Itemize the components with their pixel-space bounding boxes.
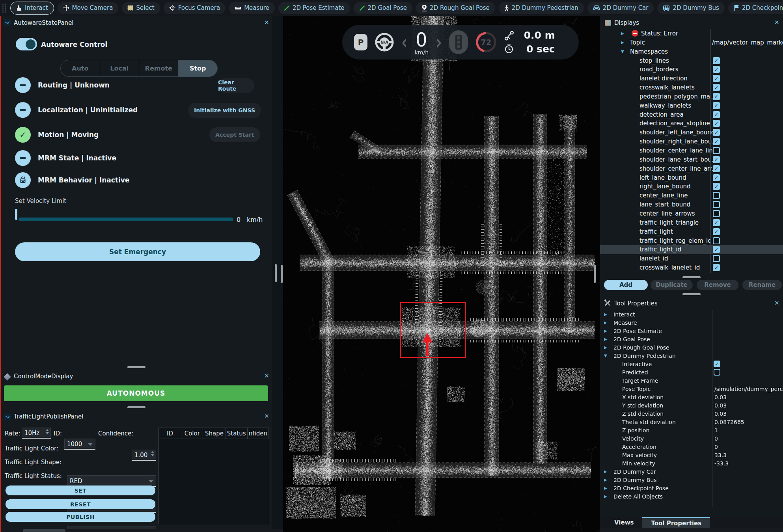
namespace-row-lanelet-direction[interactable]: lanelet direction ✓ <box>600 74 783 83</box>
namespace-row-road-borders[interactable]: road_borders ✓ <box>600 65 783 74</box>
tool-2d-goal-pose[interactable]: 2D Goal Pose <box>354 2 413 14</box>
prop-theta-std-deviation[interactable]: Theta std deviation0.0872665 <box>600 418 783 426</box>
namespace-row-traffic-light-reg-elem-id[interactable]: traffic_light_reg_elem_id <box>600 236 783 245</box>
property-column-divider[interactable] <box>712 310 712 507</box>
rate-spinner[interactable]: 10Hz <box>22 428 51 439</box>
namespace-checkbox[interactable] <box>713 237 720 244</box>
prop-value[interactable]: /simulation/dummy_perce... <box>714 386 783 392</box>
reset-button[interactable]: RESET <box>6 499 155 509</box>
prop-value[interactable]: -33.3 <box>714 460 729 467</box>
panel-splitter-handle[interactable] <box>682 293 701 295</box>
add-display-button[interactable]: Add <box>604 280 648 290</box>
traffic-light-table[interactable]: IDColorShapeStatusnfiden <box>158 428 269 524</box>
map-viewport[interactable] <box>283 16 600 532</box>
collapse-arrow-icon[interactable]: ▼ <box>621 49 626 54</box>
namespace-row-shoulder-center-line-arr-[interactable]: shoulder_center_line_arr... ✓ <box>600 164 783 173</box>
tool-focus-camera[interactable]: Focus Camera <box>164 2 226 14</box>
set-emergency-button[interactable]: Set Emergency <box>15 242 260 261</box>
prop-pose-topic[interactable]: Pose Topic/simulation/dummy_perce... <box>600 385 783 393</box>
expand-arrow-icon[interactable]: ▶ <box>621 31 626 35</box>
panel-splitter-handle[interactable] <box>682 276 701 278</box>
prop-x-std-deviation[interactable]: X std deviation0.03 <box>600 393 783 401</box>
namespace-checkbox[interactable] <box>713 210 720 217</box>
namespace-checkbox[interactable]: ✓ <box>713 183 720 190</box>
namespace-row-shoulder-right-lane-bou-[interactable]: shoulder_right_lane_bou... ✓ <box>600 137 783 146</box>
tool-node-2d-checkpoint-pose[interactable]: ▶2D Checkpoint Pose <box>600 484 783 492</box>
prop-max-velocity[interactable]: Max velocity33.3 <box>600 451 783 459</box>
namespace-row-shoulder-lane-start-bou-[interactable]: shoulder_lane_start_bou... ✓ <box>600 155 783 164</box>
namespace-checkbox[interactable]: ✓ <box>713 246 720 253</box>
velocity-slider-track[interactable] <box>19 218 233 221</box>
tool-2d-dummy-pedestrian[interactable]: 2D Dummy Pedestrian <box>499 2 584 14</box>
namespace-checkbox[interactable] <box>713 192 720 199</box>
spinner-arrows-icon[interactable] <box>46 429 49 434</box>
namespace-row-center-lane-line[interactable]: center_lane_line <box>600 191 783 200</box>
namespace-checkbox[interactable]: ✓ <box>713 111 720 118</box>
prop-value[interactable]: 0 <box>714 435 718 442</box>
clear-route-button[interactable]: Clear Route <box>218 78 254 93</box>
mode-stop[interactable]: Stop <box>179 60 218 76</box>
tool-node-2d-goal-pose[interactable]: ▶2D Goal Pose <box>600 335 783 343</box>
tool-node-2d-pose-estimate[interactable]: ▶2D Pose Estimate <box>600 327 783 335</box>
display-status-row[interactable]: ▶ Status: Error <box>600 29 783 38</box>
vertical-splitter-handle[interactable] <box>594 265 596 283</box>
tool-node-delete-all-objects[interactable]: ▶Delete All Objects <box>600 492 783 500</box>
prop-target-frame[interactable]: Target Frame <box>600 376 783 385</box>
velocity-slider-handle[interactable] <box>15 209 17 220</box>
spinner-arrows-icon[interactable] <box>151 451 154 456</box>
prop-value[interactable]: 0.0872665 <box>714 419 744 425</box>
tool-interact[interactable]: Interact <box>10 2 54 15</box>
initialize-with-gnss-button[interactable]: Initialize with GNSS <box>188 103 261 118</box>
namespace-row-right-lane-bound[interactable]: right_lane_bound ✓ <box>600 182 783 191</box>
namespace-row-shoulder-center-lane-line[interactable]: shoulder_center_lane_line <box>600 146 783 155</box>
property-column-divider[interactable] <box>710 29 711 273</box>
namespace-row-traffic-light[interactable]: traffic_light ✓ <box>600 227 783 236</box>
autoware-control-toggle[interactable] <box>16 38 37 50</box>
confidence-spinner[interactable]: 1.00 <box>132 450 156 461</box>
namespace-checkbox[interactable]: ✓ <box>713 264 720 271</box>
mode-local[interactable]: Local <box>100 60 140 76</box>
set-button[interactable]: SET <box>6 485 155 495</box>
vertical-splitter-handle[interactable] <box>281 265 283 283</box>
prop-velocity[interactable]: Velocity0 <box>600 434 783 443</box>
namespace-checkbox[interactable]: ✓ <box>713 129 720 136</box>
namespace-row-lane-start-bound[interactable]: lane_start_bound <box>600 200 783 209</box>
namespace-checkbox[interactable]: ✓ <box>713 75 720 82</box>
prop-predicted[interactable]: Predicted <box>600 368 783 376</box>
prop-checkbox[interactable] <box>714 369 720 376</box>
prop-z-std-deviation[interactable]: Z std deviation0.03 <box>600 409 783 418</box>
reset-button-clipped[interactable] <box>23 529 65 532</box>
expand-arrow-icon[interactable]: ▶ <box>621 40 626 45</box>
tool-2d-rough-goal-pose[interactable]: 2D Rough Goal Pose <box>416 2 495 14</box>
id-dropdown[interactable]: 1000 <box>64 439 95 450</box>
prop-value[interactable]: 1 <box>714 427 718 433</box>
prop-interactive[interactable]: Interactive✓ <box>600 360 783 368</box>
tool-select[interactable]: Select <box>122 2 160 14</box>
prop-value[interactable]: 0.03 <box>714 411 727 417</box>
topic-value[interactable]: /map/vector_map_marker <box>712 39 783 46</box>
namespace-row-traffic-light-id[interactable]: traffic_light_id ✓ <box>600 245 783 254</box>
namespace-checkbox[interactable]: ✓ <box>713 120 720 127</box>
prop-z-position[interactable]: Z position1 <box>600 426 783 434</box>
tool-node-2d-dummy-bus[interactable]: ▶2D Dummy Bus <box>600 476 783 484</box>
prop-value[interactable]: 33.3 <box>714 452 727 458</box>
tab-views[interactable]: Views <box>606 517 642 528</box>
namespace-row-left-lane-bound[interactable]: left_lane_bound ✓ <box>600 173 783 182</box>
control-mode-panel-close-icon[interactable]: ✕ <box>264 372 269 379</box>
namespace-checkbox[interactable] <box>713 201 720 208</box>
namespace-row-crosswalk-lanelets[interactable]: crosswalk_lanelets ✓ <box>600 83 783 92</box>
panel-splitter-handle[interactable] <box>127 366 145 368</box>
publish-button[interactable]: PUBLISH <box>6 512 155 522</box>
namespace-checkbox[interactable]: ✓ <box>713 93 720 100</box>
namespace-checkbox[interactable]: ✓ <box>713 165 720 172</box>
tool-2d-pose-estimate[interactable]: 2D Pose Estimate <box>278 2 350 14</box>
namespace-row-detection-area-stopline[interactable]: detection_area_stopline ✓ <box>600 119 783 128</box>
prop-value[interactable]: 0.03 <box>714 394 727 400</box>
tool-move-camera[interactable]: Move Camera <box>58 2 119 14</box>
namespace-checkbox[interactable] <box>713 147 720 154</box>
namespace-row-walkway-lanelets[interactable]: walkway_lanelets ✓ <box>600 101 783 110</box>
namespace-row-pedestrian-polygon-ma-[interactable]: pedestrian_polygon_ma... ✓ <box>600 92 783 101</box>
mode-auto[interactable]: Auto <box>61 60 100 76</box>
traffic-light-panel-close-icon[interactable]: ✕ <box>264 413 269 420</box>
tool-node-2d-dummy-pedestrian[interactable]: ▼2D Dummy Pedestrian <box>600 352 783 360</box>
